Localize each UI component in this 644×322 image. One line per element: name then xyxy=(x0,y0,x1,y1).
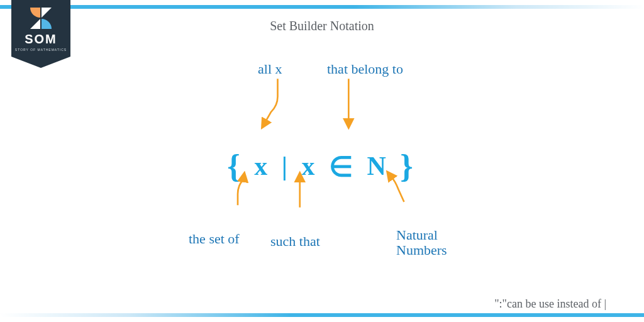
close-brace: } xyxy=(400,148,417,184)
label-belong: that belong to xyxy=(327,62,403,77)
label-such-that: such that xyxy=(270,234,320,249)
footnote: ":"can be use instead of | xyxy=(494,297,606,311)
member-icon: ∈ xyxy=(329,152,357,182)
open-brace: { xyxy=(227,148,244,184)
logo-subtitle: STORY OF MATHEMATICS xyxy=(11,48,70,52)
formula-x1: x xyxy=(254,152,271,180)
formula-x2: x xyxy=(301,152,318,180)
label-set-of: the set of xyxy=(189,231,240,247)
formula: { x | x ∈ N } xyxy=(227,148,417,185)
diagram-area: all x that belong to { x | x ∈ N } the s… xyxy=(0,57,644,291)
top-accent-bar xyxy=(0,5,644,9)
formula-set: N xyxy=(367,152,389,180)
logo-acronym: SOM xyxy=(11,33,70,45)
page-title: Set Builder Notation xyxy=(0,19,644,33)
label-all-x: all x xyxy=(258,62,282,77)
bottom-accent-bar xyxy=(0,313,644,317)
label-natural: Natural Numbers xyxy=(396,228,447,258)
formula-bar: | xyxy=(282,152,291,180)
